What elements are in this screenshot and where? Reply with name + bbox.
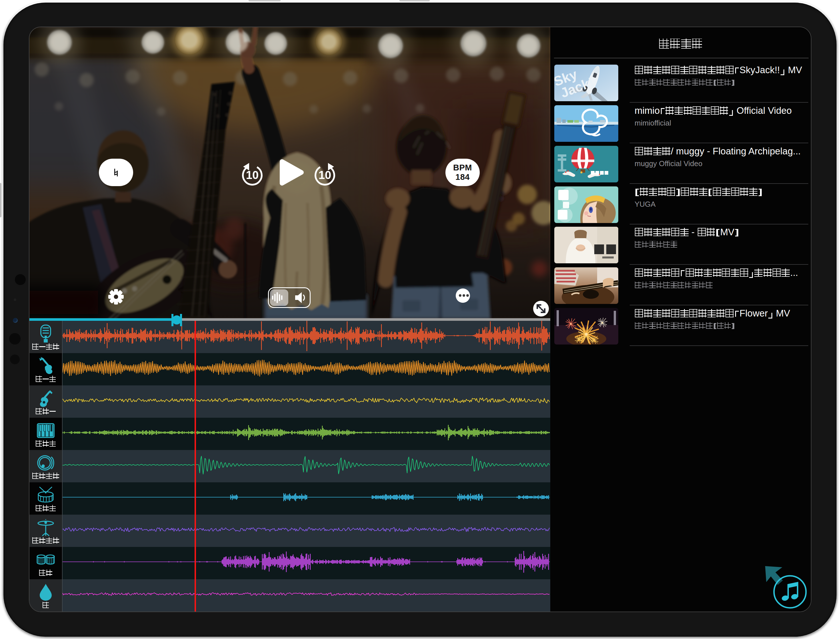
svg-text:10: 10 — [246, 168, 259, 181]
svg-text:10: 10 — [319, 168, 331, 181]
